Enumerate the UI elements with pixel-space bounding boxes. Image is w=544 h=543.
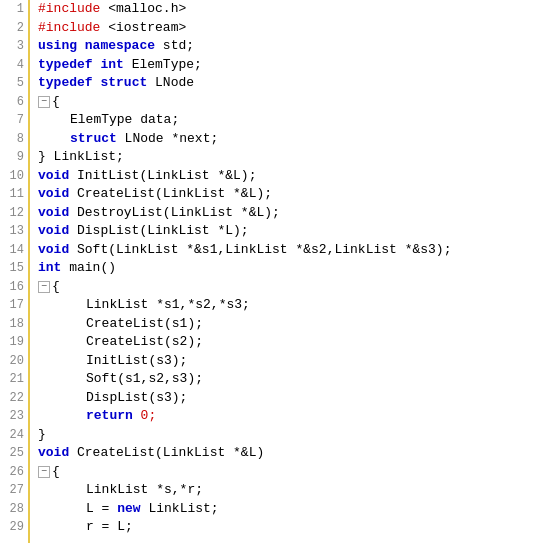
token: struct — [70, 130, 125, 149]
code-line: void CreateList(LinkList *&L); — [38, 185, 544, 204]
line-number: 24 — [0, 426, 28, 445]
line-number: 25 — [0, 444, 28, 463]
line-number: 2 — [0, 19, 28, 38]
token: CreateList(s2); — [86, 333, 203, 352]
code-line: ElemType data; — [38, 111, 544, 130]
line-number: 6 — [0, 93, 28, 112]
fold-indicator[interactable]: − — [38, 96, 50, 108]
code-line: return 0; — [38, 407, 544, 426]
token: DestroyList(LinkList *&L); — [77, 204, 280, 223]
line-number: 9 — [0, 148, 28, 167]
token: { — [52, 463, 60, 482]
token: LinkList; — [148, 500, 218, 519]
code-line: void CreateList(LinkList *&L) — [38, 444, 544, 463]
token: ElemType; — [132, 56, 202, 75]
code-line: Soft(s1,s2,s3); — [38, 370, 544, 389]
code-line: typedef struct LNode — [38, 74, 544, 93]
token: Soft(LinkList *&s1,LinkList *&s2,LinkLis… — [77, 241, 451, 260]
line-number: 8 — [0, 130, 28, 149]
line-number: 5 — [0, 74, 28, 93]
code-line: void DestroyList(LinkList *&L); — [38, 204, 544, 223]
token: <malloc.h> — [108, 0, 186, 19]
token: data; — [140, 111, 179, 130]
token: void — [38, 204, 77, 223]
token: *s,*r; — [156, 481, 203, 500]
line-number: 1 — [0, 0, 28, 19]
line-number: 29 — [0, 518, 28, 537]
token: <iostream> — [108, 19, 186, 38]
token: void — [38, 167, 77, 186]
token: typedef — [38, 56, 100, 75]
token: #include — [38, 0, 108, 19]
token: void — [38, 444, 77, 463]
token: DispList(s3); — [86, 389, 187, 408]
code-line: DispList(s3); — [38, 389, 544, 408]
token: #include — [38, 19, 108, 38]
fold-indicator[interactable]: − — [38, 281, 50, 293]
token: 0; — [141, 407, 157, 426]
token: new — [117, 500, 148, 519]
line-number: 10 — [0, 167, 28, 186]
token: struct — [100, 74, 155, 93]
token: InitList(s3); — [86, 352, 187, 371]
code-line: int main() — [38, 259, 544, 278]
line-number: 20 — [0, 352, 28, 371]
token: typedef — [38, 74, 100, 93]
code-line: } — [38, 426, 544, 445]
token: LNode — [155, 74, 194, 93]
line-number: 28 — [0, 500, 28, 519]
token: { — [52, 93, 60, 112]
code-line: InitList(s3); — [38, 352, 544, 371]
code-line: typedef int ElemType; — [38, 56, 544, 75]
token: std; — [163, 37, 194, 56]
fold-indicator[interactable]: − — [38, 466, 50, 478]
token: L = — [86, 500, 117, 519]
code-line: −{ — [38, 93, 544, 112]
token: namespace — [85, 37, 163, 56]
token: { — [52, 278, 60, 297]
code-line: LinkList *s1,*s2,*s3; — [38, 296, 544, 315]
line-number: 14 — [0, 241, 28, 260]
token: void — [38, 185, 77, 204]
code-line: −{ — [38, 463, 544, 482]
line-gutter: 1234567891011121314151617181920212223242… — [0, 0, 30, 543]
line-number: 13 — [0, 222, 28, 241]
code-line: CreateList(s2); — [38, 333, 544, 352]
token: } — [38, 426, 46, 445]
token: r = L; — [86, 518, 133, 537]
code-line: −{ — [38, 278, 544, 297]
line-number: 26 — [0, 463, 28, 482]
token: void — [38, 222, 77, 241]
line-number: 18 — [0, 315, 28, 334]
line-number: 17 — [0, 296, 28, 315]
token: Soft(s1,s2,s3); — [86, 370, 203, 389]
line-number: 19 — [0, 333, 28, 352]
token: ElemType — [70, 111, 140, 130]
code-content: #include <malloc.h>#include <iostream>us… — [30, 0, 544, 543]
token: int — [38, 259, 69, 278]
code-line: CreateList(s1); — [38, 315, 544, 334]
line-number: 22 — [0, 389, 28, 408]
line-number: 3 — [0, 37, 28, 56]
token: int — [100, 56, 131, 75]
code-line: } LinkList; — [38, 148, 544, 167]
token: LinkList — [86, 481, 156, 500]
code-line: #include <malloc.h> — [38, 0, 544, 19]
token: using — [38, 37, 85, 56]
token: CreateList(LinkList *&L) — [77, 444, 264, 463]
token: main() — [69, 259, 116, 278]
line-number: 16 — [0, 278, 28, 297]
code-line: r = L; — [38, 518, 544, 537]
line-number: 11 — [0, 185, 28, 204]
code-line: void DispList(LinkList *L); — [38, 222, 544, 241]
code-line: void InitList(LinkList *&L); — [38, 167, 544, 186]
code-line: L = new LinkList; — [38, 500, 544, 519]
token: LNode — [125, 130, 172, 149]
token: DispList(LinkList *L); — [77, 222, 249, 241]
code-line: using namespace std; — [38, 37, 544, 56]
token: return — [86, 407, 141, 426]
token: void — [38, 241, 77, 260]
code-editor: 1234567891011121314151617181920212223242… — [0, 0, 544, 543]
code-line: LinkList *s,*r; — [38, 481, 544, 500]
line-number: 21 — [0, 370, 28, 389]
